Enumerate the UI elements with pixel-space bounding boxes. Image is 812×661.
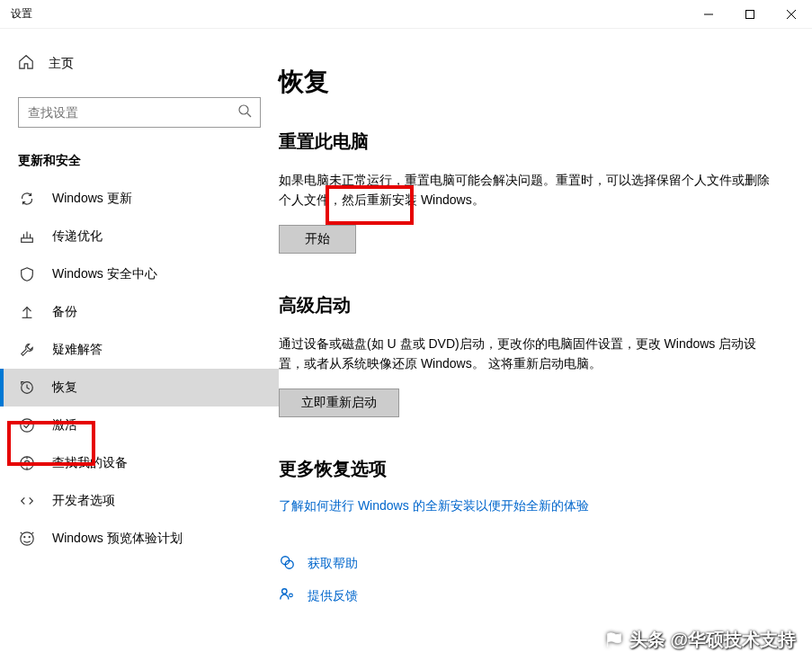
wrench-icon	[18, 342, 36, 358]
home-label: 主页	[49, 56, 74, 72]
window-title: 设置	[11, 6, 32, 22]
reset-pc-section: 重置此电脑 如果电脑未正常运行，重置电脑可能会解决问题。重置时，可以选择保留个人…	[279, 130, 776, 254]
svg-point-13	[21, 419, 33, 432]
insider-icon	[18, 531, 36, 547]
sidebar-item-windows-security[interactable]: Windows 安全中心	[0, 255, 279, 293]
advanced-startup-description: 通过设备或磁盘(如 U 盘或 DVD)启动，更改你的电脑固件设置，更改 Wind…	[279, 334, 776, 374]
search-icon	[237, 103, 252, 121]
page-title: 恢复	[279, 65, 776, 99]
search-box	[18, 97, 261, 128]
minimize-button[interactable]	[688, 0, 729, 29]
delivery-icon	[18, 228, 36, 245]
sidebar-item-label: Windows 安全中心	[52, 266, 157, 282]
sidebar-item-delivery-optimization[interactable]: 传递优化	[0, 218, 279, 255]
watermark: 头条 @华硕技术支持	[604, 628, 796, 652]
get-help-link[interactable]: 获取帮助	[279, 554, 776, 574]
more-recovery-title: 更多恢复选项	[279, 457, 776, 481]
footer-links: 获取帮助 提供反馈	[279, 554, 776, 606]
sidebar-item-label: Windows 更新	[52, 191, 132, 207]
location-icon	[18, 455, 36, 471]
home-icon	[18, 54, 34, 74]
svg-rect-1	[746, 10, 754, 18]
backup-icon	[18, 304, 36, 320]
search-input[interactable]	[18, 97, 261, 128]
sidebar-item-find-my-device[interactable]: 查找我的设备	[0, 444, 279, 482]
reset-pc-start-button[interactable]: 开始	[279, 225, 356, 254]
sidebar-item-label: 备份	[52, 304, 77, 320]
sidebar-item-recovery[interactable]: 恢复	[0, 369, 279, 406]
svg-point-20	[29, 536, 31, 538]
sidebar-item-label: 传递优化	[52, 228, 103, 245]
advanced-startup-section: 高级启动 通过设备或磁盘(如 U 盘或 DVD)启动，更改你的电脑固件设置，更改…	[279, 293, 776, 417]
give-feedback-label: 提供反馈	[308, 588, 358, 604]
fresh-install-link[interactable]: 了解如何进行 Windows 的全新安装以便开始全新的体验	[279, 498, 589, 513]
sidebar-item-label: 激活	[52, 417, 77, 433]
maximize-button[interactable]	[729, 0, 771, 29]
home-link[interactable]: 主页	[0, 47, 279, 81]
sidebar-item-label: 恢复	[52, 380, 77, 396]
sidebar-item-backup[interactable]: 备份	[0, 293, 279, 331]
shield-icon	[18, 266, 36, 282]
svg-rect-6	[22, 238, 33, 243]
svg-point-14	[24, 460, 29, 465]
sidebar-item-for-developers[interactable]: 开发者选项	[0, 482, 279, 520]
watermark-text: 头条 @华硕技术支持	[629, 628, 796, 652]
code-icon	[18, 493, 36, 509]
sidebar-item-label: 疑难解答	[52, 342, 103, 358]
advanced-startup-restart-button[interactable]: 立即重新启动	[279, 389, 399, 417]
check-circle-icon	[18, 417, 36, 433]
sidebar-item-label: 查找我的设备	[52, 455, 128, 471]
sidebar-item-windows-update[interactable]: Windows 更新	[0, 180, 279, 218]
close-button[interactable]	[771, 0, 812, 29]
svg-line-5	[247, 113, 251, 117]
sync-icon	[18, 191, 36, 207]
sidebar-item-troubleshoot[interactable]: 疑难解答	[0, 331, 279, 369]
svg-point-23	[282, 588, 287, 593]
sidebar-item-windows-insider[interactable]: Windows 预览体验计划	[0, 520, 279, 558]
more-recovery-section: 更多恢复选项 了解如何进行 Windows 的全新安装以便开始全新的体验	[279, 457, 776, 514]
sidebar: 主页 更新和安全 Windows 更新 传递优化 Windows 安全中心 备份	[0, 29, 279, 661]
main-content: 恢复 重置此电脑 如果电脑未正常运行，重置电脑可能会解决问题。重置时，可以选择保…	[279, 29, 812, 661]
recovery-icon	[18, 380, 36, 396]
sidebar-item-activation[interactable]: 激活	[0, 406, 279, 444]
sidebar-item-label: 开发者选项	[52, 493, 115, 509]
sidebar-item-label: Windows 预览体验计划	[52, 531, 183, 547]
reset-pc-title: 重置此电脑	[279, 130, 776, 154]
window-controls	[688, 0, 812, 29]
svg-point-19	[23, 536, 25, 538]
sidebar-section-header: 更新和安全	[0, 153, 279, 180]
get-help-label: 获取帮助	[308, 556, 358, 572]
svg-point-18	[21, 532, 33, 545]
help-icon	[279, 554, 295, 574]
titlebar: 设置	[0, 0, 812, 29]
give-feedback-link[interactable]: 提供反馈	[279, 586, 776, 606]
advanced-startup-title: 高级启动	[279, 293, 776, 317]
svg-point-24	[290, 594, 293, 597]
feedback-icon	[279, 586, 295, 606]
reset-pc-description: 如果电脑未正常运行，重置电脑可能会解决问题。重置时，可以选择保留个人文件或删除个…	[279, 170, 776, 210]
svg-point-4	[239, 105, 248, 114]
